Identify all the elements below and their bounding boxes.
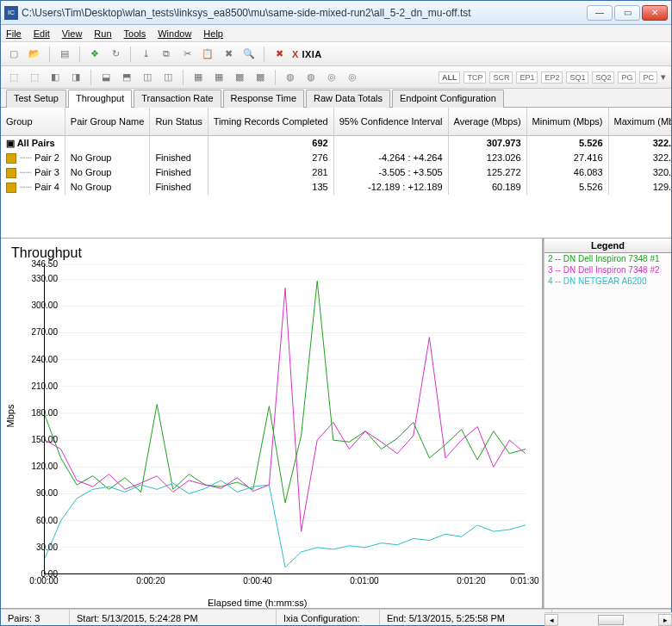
tool-icon[interactable]: ◍ [303,70,319,85]
export-icon[interactable]: ⤓ [138,46,153,62]
ixia-logo: X IXIA [292,49,322,59]
x-tick: 0:00:40 [236,576,279,586]
tool-icon[interactable]: ◨ [68,70,84,85]
x-tick: 0:01:00 [343,576,386,586]
delete-icon[interactable]: ✖ [221,46,236,62]
results-grid: Group Pair Group Name Run Status Timing … [1,108,671,239]
pair-icon [6,168,16,178]
dropdown-icon[interactable]: ▾ [661,71,666,83]
tool-icon[interactable]: ◧ [47,70,63,85]
filter-pg[interactable]: PG [618,71,636,84]
separator-icon [79,46,80,62]
legend-item[interactable]: 2 -- DN Dell Inspiron 7348 #1 [544,253,671,264]
stop-icon[interactable]: ✖ [271,46,287,62]
x-tick: 0:00:00 [22,576,65,586]
chart-title: Throughput [11,245,538,261]
col-average[interactable]: Average (Mbps) [448,108,526,135]
cut-icon[interactable]: ✂ [179,46,195,62]
menu-run[interactable]: Run [94,28,111,39]
tool-icon[interactable]: ▦ [211,70,227,85]
paste-icon[interactable]: 📋 [200,46,215,62]
menu-view[interactable]: View [62,28,83,39]
table-row[interactable]: ┈┈ Pair 4No GroupFinished135-12.189 : +1… [1,180,671,195]
y-tick: 210.00 [23,381,58,391]
filter-pc[interactable]: PC [639,71,657,84]
legend-pane: Legend 2 -- DN Dell Inspiron 7348 #1 3 -… [544,239,671,608]
filter-ep1[interactable]: EP1 [516,71,538,84]
status-end: End: 5/13/2015, 5:25:58 PM [380,610,552,626]
col-pair-group[interactable]: Pair Group Name [65,108,150,135]
tool-icon[interactable]: ⬚ [27,70,42,85]
tab-transaction-rate[interactable]: Transaction Rate [134,90,221,108]
col-confidence[interactable]: 95% Confidence Interval [333,108,448,135]
run-icon[interactable]: ❖ [87,46,103,62]
title-bar: IC C:\Users\Tim\Desktop\wlan_tests\links… [1,1,671,25]
table-row[interactable]: ▣ All Pairs692307.9735.526322.581 [1,135,671,151]
new-icon[interactable]: ▢ [6,46,22,62]
chart-area: Throughput Mbps 0.0030.0060.0090.00120.0… [1,239,671,609]
menu-window[interactable]: Window [158,28,191,39]
minimize-button[interactable]: — [587,5,613,21]
filter-sq1[interactable]: SQ1 [566,71,588,84]
tool-icon[interactable]: ▩ [232,70,247,85]
filter-all[interactable]: ALL [439,71,461,84]
table-row[interactable]: ┈┈ Pair 2No GroupFinished276-4.264 : +4.… [1,151,671,165]
y-tick: 150.00 [23,435,58,444]
separator-icon [275,70,276,85]
status-pairs: Pairs: 3 [1,610,70,626]
tool-icon[interactable]: ⬚ [6,70,22,85]
copy-icon[interactable]: ⧉ [159,46,174,62]
tab-throughput[interactable]: Throughput [68,90,132,108]
col-timing-records[interactable]: Timing Records Completed [208,108,333,135]
tool-icon[interactable]: ▦ [190,70,206,85]
tab-raw-data-totals[interactable]: Raw Data Totals [306,90,390,108]
menu-help[interactable]: Help [203,28,223,39]
y-axis-label: Mbps [5,405,16,428]
separator-icon [49,46,50,62]
col-run-status[interactable]: Run Status [150,108,208,135]
close-button[interactable]: ✕ [642,5,668,21]
maximize-button[interactable]: ▭ [614,5,640,21]
tool-icon[interactable]: ▩ [252,70,268,85]
tab-test-setup[interactable]: Test Setup [6,90,66,108]
filter-scr[interactable]: SCR [489,71,513,84]
tool-icon[interactable]: ◫ [140,70,155,85]
col-maximum[interactable]: Maximum (Mbps) [608,108,671,135]
y-tick: 300.00 [23,301,58,310]
chart-plot[interactable] [44,264,525,574]
tool-icon[interactable]: ◎ [345,70,360,85]
collapse-icon[interactable]: ▣ [6,138,15,148]
y-tick: 90.00 [23,488,58,498]
status-start: Start: 5/13/2015, 5:24:28 PM [70,610,277,626]
separator-icon [90,70,91,85]
col-minimum[interactable]: Minimum (Mbps) [526,108,608,135]
y-tick: 240.00 [23,355,58,364]
separator-icon [264,46,264,62]
filter-ep2[interactable]: EP2 [541,71,563,84]
tool-icon[interactable]: ◍ [283,70,298,85]
filter-tcp[interactable]: TCP [464,71,486,84]
menu-file[interactable]: File [6,28,22,39]
legend-item[interactable]: 3 -- DN Dell Inspiron 7348 #2 [544,264,671,276]
find-icon[interactable]: 🔍 [241,46,257,62]
window-title: C:\Users\Tim\Desktop\wlan_tests\linksys_… [22,7,587,19]
y-tick: 270.00 [23,327,58,337]
menu-edit[interactable]: Edit [34,28,50,39]
tool-icon[interactable]: ◫ [160,70,176,85]
menu-tools[interactable]: Tools [124,28,146,39]
legend-item[interactable]: 4 -- DN NETGEAR A6200 [544,276,671,287]
col-group[interactable]: Group [1,108,65,135]
table-row[interactable]: ┈┈ Pair 3No GroupFinished281-3.505 : +3.… [1,165,671,180]
open-icon[interactable]: 📂 [27,46,42,62]
tool-icon[interactable]: ⬓ [98,70,114,85]
loop-icon[interactable]: ↻ [108,46,123,62]
legend-header: Legend [544,239,671,253]
save-icon[interactable]: ▤ [57,46,72,62]
menu-bar: File Edit View Run Tools Window Help [1,25,671,42]
tab-response-time[interactable]: Response Time [223,90,304,108]
tool-icon[interactable]: ◎ [324,70,339,85]
tab-endpoint-config[interactable]: Endpoint Configuration [392,90,504,108]
filter-sq2[interactable]: SQ2 [592,71,614,84]
x-tick: 0:01:20 [450,576,493,586]
tool-icon[interactable]: ⬒ [119,70,134,85]
